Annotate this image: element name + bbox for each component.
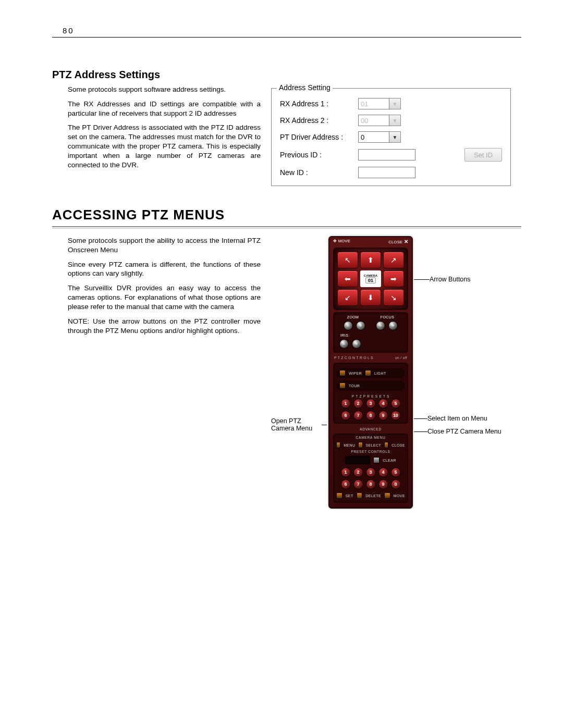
kp-5-button[interactable]: 5 — [391, 467, 401, 477]
set-id-button[interactable]: Set ID — [464, 148, 502, 162]
controller-close-label[interactable]: CLOSE ✕ — [388, 239, 408, 244]
dropdown-icon[interactable]: ▼ — [389, 98, 401, 109]
focus-label: FOCUS — [381, 315, 395, 319]
clear-button[interactable] — [373, 457, 380, 463]
rx1-combo[interactable]: ▼ — [358, 98, 401, 109]
iris-label: IRIS — [340, 334, 348, 337]
preset-8-button[interactable]: 8 — [366, 411, 376, 421]
arrow-right-button[interactable]: ➡ — [383, 270, 404, 287]
new-id-input[interactable] — [358, 167, 415, 178]
zoom-label: ZOOM — [347, 315, 359, 319]
pt-combo[interactable]: ▼ — [358, 131, 401, 143]
set-button[interactable] — [336, 492, 342, 499]
address-setting-panel: Address Setting RX Address 1 : ▼ RX Addr… — [271, 88, 511, 186]
iris-close-button[interactable]: − — [339, 339, 349, 349]
zoom-in-button[interactable]: + — [356, 321, 365, 330]
kp-0-button[interactable]: 0 — [391, 479, 401, 489]
callout-select: Select Item on Menu — [414, 415, 487, 422]
kp-9-button[interactable]: 9 — [378, 479, 388, 489]
kp-2-button[interactable]: 2 — [353, 467, 363, 477]
arrow-nw-button[interactable]: ↖ — [337, 252, 358, 268]
select-btn-label: SELECT — [366, 443, 382, 447]
tour-button[interactable] — [339, 382, 346, 389]
ptz-controls-label: P T Z C O N T R O L S — [334, 356, 373, 360]
arrow-left-button[interactable]: ⬅ — [337, 270, 358, 287]
kp-8-button[interactable]: 8 — [366, 479, 376, 489]
ptz-presets-label: P T Z P R E S E T S — [336, 393, 405, 399]
top-rule — [52, 37, 521, 38]
menu-btn-label: MENU — [344, 443, 355, 447]
callout-arrows-label: Arrow Buttons — [430, 276, 471, 283]
dropdown-icon[interactable]: ▼ — [389, 131, 401, 143]
move-label: MOVE — [394, 494, 405, 498]
kp-3-button[interactable]: 3 — [366, 467, 376, 477]
light-button[interactable] — [365, 370, 371, 376]
pt-input[interactable] — [358, 131, 389, 143]
arrow-se-button[interactable]: ↘ — [383, 289, 404, 306]
camera-menu-label: CAMERA MENU — [336, 436, 405, 440]
double-rule — [52, 226, 521, 229]
dropdown-icon[interactable]: ▼ — [389, 115, 401, 126]
zoom-out-button[interactable]: − — [344, 321, 353, 330]
focus-in-button[interactable]: + — [388, 321, 398, 330]
address-setting-legend: Address Setting — [277, 83, 333, 92]
menus-text-column: Some protocols support the ability to ac… — [52, 236, 261, 340]
close-btn-label: CLOSE — [391, 443, 405, 447]
preset-1-button[interactable]: 1 — [341, 399, 351, 409]
preset-2-button[interactable]: 2 — [353, 399, 363, 409]
move-button[interactable] — [384, 492, 390, 499]
wiper-button[interactable] — [339, 370, 346, 376]
set-label: SET — [346, 494, 353, 498]
section-title-address: PTZ Address Settings — [52, 69, 521, 81]
rx2-combo[interactable]: ▼ — [358, 115, 401, 126]
preset-9-button[interactable]: 9 — [378, 411, 388, 421]
arrow-ne-button[interactable]: ↗ — [383, 252, 404, 268]
kp-1-button[interactable]: 1 — [341, 467, 351, 477]
rx1-label: RX Address 1 : — [280, 100, 358, 108]
prev-id-input[interactable] — [358, 149, 415, 161]
preset-5-button[interactable]: 5 — [391, 399, 401, 409]
address-text-column: Some protocols support software address … — [52, 85, 261, 175]
preset-6-button[interactable]: 6 — [341, 411, 351, 421]
clear-label: CLEAR — [383, 459, 396, 462]
arrow-up-button[interactable]: ⬆ — [360, 252, 381, 268]
pt-label: PT Driver Address : — [280, 133, 358, 141]
preset-3-button[interactable]: 3 — [366, 399, 376, 409]
page-number: 80 — [63, 26, 521, 35]
callout-close-label: Close PTZ Camera Menu — [427, 428, 501, 435]
section1-p3: The PT Driver Address is associated with… — [52, 123, 261, 169]
preset-7-button[interactable]: 7 — [353, 411, 363, 421]
close-icon[interactable]: ✕ — [404, 239, 408, 244]
kp-6-button[interactable]: 6 — [341, 479, 351, 489]
rx2-input[interactable] — [358, 115, 389, 126]
iris-open-button[interactable]: + — [352, 339, 361, 349]
controller-move-label: ✥ MOVE — [333, 239, 350, 244]
select-button[interactable] — [358, 442, 362, 448]
rx1-input[interactable] — [358, 98, 389, 109]
wiper-label: WIPER — [349, 372, 362, 375]
callout-select-label: Select Item on Menu — [427, 415, 487, 422]
new-id-label: New ID : — [280, 168, 358, 177]
prev-id-label: Previous ID : — [280, 151, 358, 159]
arrow-down-button[interactable]: ⬇ — [360, 289, 381, 306]
tour-label: TOUR — [349, 384, 360, 388]
advanced-label: ADVANCED — [329, 426, 412, 431]
section2-p2: Since every PTZ camera is different, the… — [52, 260, 261, 279]
focus-out-button[interactable]: − — [376, 321, 385, 330]
delete-button[interactable] — [357, 492, 363, 499]
close-menu-button[interactable] — [384, 442, 388, 448]
delete-label: DELETE — [365, 494, 381, 498]
preset-10-button[interactable]: 10 — [391, 411, 401, 421]
camera-number: 01 — [365, 277, 376, 283]
camera-number-display: CAMERA 01 — [360, 270, 381, 287]
kp-7-button[interactable]: 7 — [353, 479, 363, 489]
menu-button[interactable] — [336, 442, 340, 448]
preset-display — [345, 456, 370, 464]
ptz-controller: ✥ MOVE CLOSE ✕ ↖ ⬆ ↗ ⬅ CAMERA 01 ➡ — [328, 236, 413, 509]
preset-controls-label: PRESET CONTROLS — [336, 448, 405, 454]
onoff-label: on / off — [395, 356, 407, 360]
arrow-sw-button[interactable]: ↙ — [337, 289, 358, 306]
section2-p3: The Surveillix DVR provides an easy way … — [52, 283, 261, 311]
preset-4-button[interactable]: 4 — [378, 399, 388, 409]
kp-4-button[interactable]: 4 — [378, 467, 388, 477]
